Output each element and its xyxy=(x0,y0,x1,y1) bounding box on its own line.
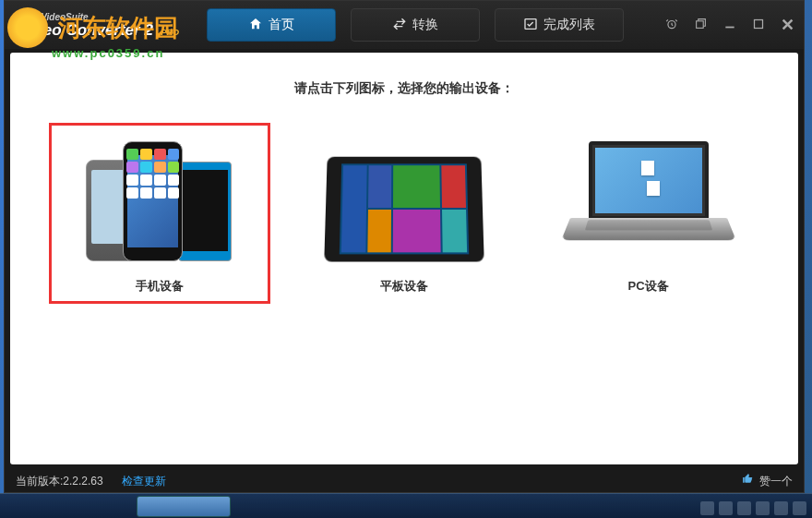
device-phone-label: 手机设备 xyxy=(136,278,184,295)
app-window: WiseVideoSuite Video Converter 2 PRO 首页 … xyxy=(4,0,805,493)
statusbar: 当前版本:2.2.2.63 检查更新 赞一个 xyxy=(5,470,804,492)
main-content: 请点击下列图标，选择您的输出设备： 手机设备 xyxy=(10,53,798,464)
tab-complete-label: 完成列表 xyxy=(543,17,595,33)
tray-icon[interactable] xyxy=(719,501,733,515)
device-pc-label: PC设备 xyxy=(628,278,669,295)
alarm-icon[interactable] xyxy=(665,18,678,33)
watermark-text: 河东软件园 xyxy=(58,14,178,42)
watermark-overlay: 河东软件园 www.pc0359.cn xyxy=(7,7,178,60)
watermark-logo-icon xyxy=(7,7,48,48)
version-info: 当前版本:2.2.2.63 xyxy=(16,474,103,489)
tab-home[interactable]: 首页 xyxy=(207,8,336,42)
tray-icon[interactable] xyxy=(737,501,751,515)
device-phone[interactable]: 手机设备 xyxy=(49,123,270,304)
maximize-button[interactable] xyxy=(753,18,764,32)
window-controls: ✕ xyxy=(665,15,794,35)
device-tablet-label: 平板设备 xyxy=(380,278,428,295)
device-pc[interactable]: PC设备 xyxy=(538,123,759,304)
prompt-text: 请点击下列图标，选择您的输出设备： xyxy=(294,80,514,97)
tray-icon[interactable] xyxy=(793,501,806,515)
laptop-illustration xyxy=(570,132,727,261)
convert-icon xyxy=(392,17,407,34)
watermark-url: www.pc0359.cn xyxy=(52,46,178,60)
device-list: 手机设备 平板设备 xyxy=(47,123,761,304)
checklist-icon xyxy=(523,17,538,34)
device-tablet[interactable]: 平板设备 xyxy=(293,123,515,304)
os-taskbar xyxy=(0,493,812,518)
tray-icon[interactable] xyxy=(774,501,788,515)
thumbs-up-icon xyxy=(742,475,757,488)
svg-rect-2 xyxy=(697,21,704,29)
tab-home-label: 首页 xyxy=(269,17,294,33)
check-update-link[interactable]: 检查更新 xyxy=(122,475,166,488)
tray-icon[interactable] xyxy=(700,501,714,515)
tab-convert-label: 转换 xyxy=(412,17,438,33)
home-icon xyxy=(248,17,263,34)
svg-rect-3 xyxy=(755,20,763,29)
minimize-button[interactable] xyxy=(723,18,736,33)
tab-complete[interactable]: 完成列表 xyxy=(495,8,624,42)
taskbar-app-item[interactable] xyxy=(137,496,231,517)
system-tray xyxy=(700,501,806,515)
tablet-illustration xyxy=(326,132,483,261)
window-restore-icon[interactable] xyxy=(695,18,707,32)
nav-tabs: 首页 转换 完成列表 xyxy=(207,8,665,42)
close-button[interactable]: ✕ xyxy=(781,15,794,35)
tray-icon[interactable] xyxy=(756,501,770,515)
like-button[interactable]: 赞一个 xyxy=(742,473,793,489)
tab-convert[interactable]: 转换 xyxy=(351,8,480,42)
phone-illustration xyxy=(81,132,238,261)
